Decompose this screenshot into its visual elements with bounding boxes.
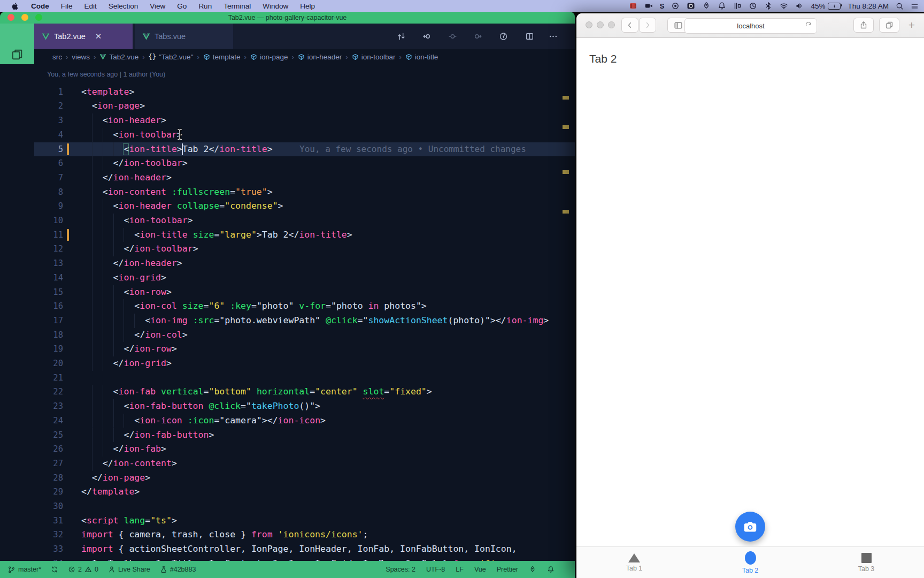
nav-circle-icon[interactable] <box>448 32 457 41</box>
close-window-button[interactable] <box>586 21 592 28</box>
address-bar[interactable]: localhost <box>684 18 817 34</box>
timeline-icon[interactable] <box>499 32 508 41</box>
code-line[interactable]: 34 IonToolbar, IonTitle, IonContent, Ion… <box>34 557 575 561</box>
problems-status[interactable]: 20 <box>68 566 98 573</box>
screenrec-icon[interactable] <box>687 2 695 10</box>
activity-files-button[interactable] <box>11 48 24 61</box>
reload-icon[interactable] <box>805 21 812 29</box>
live-share-status[interactable]: Live Share <box>108 566 150 573</box>
menu-item-view[interactable]: View <box>144 0 171 12</box>
feedback-button[interactable] <box>529 566 536 573</box>
share-icon[interactable] <box>859 21 868 29</box>
git-compare-icon[interactable] <box>397 32 406 41</box>
code-line[interactable]: 27 </ion-content> <box>34 457 575 471</box>
breadcrumb-item[interactable]: Tab2.vue <box>99 53 138 61</box>
clock-icon[interactable] <box>749 2 757 10</box>
nav-back-button[interactable] <box>422 32 432 41</box>
sync-status[interactable] <box>51 566 58 573</box>
dock-icon[interactable] <box>733 2 742 10</box>
code-line[interactable]: 9 <ion-header collapse="condense"> <box>34 199 575 214</box>
chevL-icon[interactable] <box>626 21 634 29</box>
code-line[interactable]: 16 <ion-col size="6" :key="photo" v-for=… <box>34 299 575 314</box>
indentation-status[interactable]: Spaces: 2 <box>386 566 415 573</box>
git-compare-button[interactable] <box>397 32 406 41</box>
bell-icon[interactable] <box>718 2 726 10</box>
menu-item-edit[interactable]: Edit <box>79 0 103 12</box>
code-editor[interactable]: You, a few seconds ago | 1 author (You)1… <box>0 64 575 561</box>
reload-icon[interactable] <box>805 21 812 29</box>
code-line[interactable]: 23 <ion-fab-button @click="takePhoto()"> <box>34 399 575 414</box>
breadcrumb-item[interactable]: template <box>203 53 241 61</box>
ion-tab-tab-3[interactable]: Tab 3 <box>829 547 904 578</box>
color-hash-status[interactable]: #42b883 <box>160 566 196 573</box>
rocket-icon[interactable] <box>529 566 536 573</box>
rocket-icon[interactable] <box>702 2 711 10</box>
battery-status[interactable]: 45% <box>811 2 841 10</box>
encoding-status[interactable]: UTF-8 <box>426 566 445 573</box>
notifications-bell-button[interactable] <box>547 566 555 573</box>
camera-fab-button[interactable] <box>735 512 765 542</box>
new-tab-button[interactable]: + <box>905 18 919 33</box>
apple-menu[interactable] <box>5 0 25 12</box>
code-line[interactable]: 30 <box>34 499 575 514</box>
code-line[interactable]: 21 <box>34 371 575 385</box>
code-line[interactable]: 26 </ion-fab> <box>34 442 575 457</box>
menu-item-window[interactable]: Window <box>257 0 294 12</box>
breadcrumb-item[interactable]: ion-header <box>298 53 342 61</box>
breadcrumb-item[interactable]: views <box>72 53 90 61</box>
code-line[interactable]: 6 </ion-toolbar> <box>34 156 575 171</box>
menu-item-file[interactable]: File <box>55 0 79 12</box>
wifi-icon[interactable] <box>780 2 788 10</box>
code-line[interactable]: 33import { actionSheetController, IonPag… <box>34 542 575 557</box>
videocam-icon[interactable] <box>644 2 653 10</box>
code-line[interactable]: 32import { camera, trash, close } from '… <box>34 528 575 542</box>
menu-item-go[interactable]: Go <box>171 0 192 12</box>
bell-icon[interactable] <box>547 566 555 573</box>
code-line[interactable]: 25 </ion-fab-button> <box>34 428 575 443</box>
code-line[interactable]: 19 </ion-row> <box>34 342 575 356</box>
code-line[interactable]: 1<template> <box>34 85 575 100</box>
editor-tab-tabs-vue[interactable]: Tabs.vue <box>135 24 233 49</box>
code-line[interactable]: 31<script lang="ts"> <box>34 514 575 528</box>
formatter-status[interactable]: Prettier <box>497 566 518 573</box>
code-line[interactable]: 4 <ion-toolbar> <box>34 128 575 142</box>
code-line[interactable]: 24 <ion-icon :icon="camera"></ion-icon> <box>34 414 575 428</box>
git-branch-status[interactable]: master* <box>7 566 41 574</box>
more-actions-icon[interactable] <box>549 32 558 41</box>
breadcrumb-item[interactable]: {}"Tab2.vue" <box>149 53 194 61</box>
timeline-button[interactable] <box>499 32 508 41</box>
record-icon[interactable] <box>671 2 680 10</box>
code-line[interactable]: 12 </ion-toolbar> <box>34 242 575 256</box>
menulist-icon[interactable] <box>911 2 919 10</box>
menu-item-code[interactable]: Code <box>25 0 55 12</box>
vscode-title-bar[interactable]: Tab2.vue — photo-gallery-capacitor-vue <box>0 12 575 24</box>
code-line[interactable]: 29</template> <box>34 485 575 499</box>
zoom-window-button[interactable] <box>608 21 615 28</box>
code-line[interactable]: 15 <ion-row> <box>34 285 575 300</box>
sketch-icon[interactable]: S <box>660 2 665 10</box>
spotlight-icon[interactable] <box>896 2 904 10</box>
nav-back-icon[interactable] <box>422 32 432 41</box>
editor-tab-tab2-vue[interactable]: Tab2.vue✕ <box>34 24 133 49</box>
chevR-icon[interactable] <box>643 21 652 29</box>
minimize-window-button[interactable] <box>597 21 604 28</box>
menu-item-selection[interactable]: Selection <box>103 0 144 12</box>
ion-tab-tab-2[interactable]: Tab 2 <box>713 547 788 578</box>
code-line[interactable]: 10 <ion-toolbar> <box>34 214 575 228</box>
tabsov-icon[interactable] <box>885 21 894 29</box>
code-line[interactable]: 18 </ion-col> <box>34 328 575 343</box>
codelens-annotation[interactable]: You, a few seconds ago | 1 author (You) <box>47 67 165 82</box>
share-button[interactable] <box>853 18 874 33</box>
bluetooth-icon[interactable] <box>764 2 773 10</box>
breadcrumb-item[interactable]: ion-title <box>405 53 438 61</box>
film-icon[interactable] <box>629 2 637 10</box>
menu-item-run[interactable]: Run <box>192 0 218 12</box>
ion-tab-tab-1[interactable]: Tab 1 <box>597 547 672 578</box>
eol-status[interactable]: LF <box>456 566 464 573</box>
code-line[interactable]: 17 <ion-img :src="photo.webviewPath" @cl… <box>34 314 575 328</box>
breadcrumb-item[interactable]: ion-page <box>250 53 288 61</box>
code-line[interactable]: 5 <ion-title>Tab 2</ion-title>You, a few… <box>34 142 575 157</box>
code-line[interactable]: 11 <ion-title size="large">Tab 2</ion-ti… <box>34 228 575 242</box>
sidebar-icon[interactable] <box>674 21 683 30</box>
code-line[interactable]: 20 </ion-grid> <box>34 356 575 371</box>
